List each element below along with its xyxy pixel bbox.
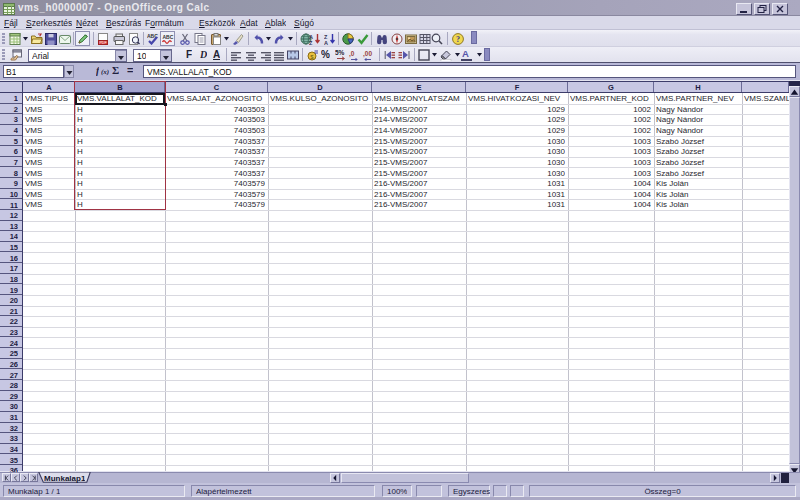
svg-text:ABC: ABC xyxy=(163,34,174,40)
svg-text:A: A xyxy=(324,40,328,46)
svg-text:,0: ,0 xyxy=(349,50,355,58)
svg-text:5%: 5% xyxy=(335,49,345,56)
svg-text:,00: ,00 xyxy=(363,50,372,58)
svg-text:?: ? xyxy=(456,35,460,44)
svg-text:PDF: PDF xyxy=(99,41,107,45)
svg-text:Z: Z xyxy=(309,40,313,46)
